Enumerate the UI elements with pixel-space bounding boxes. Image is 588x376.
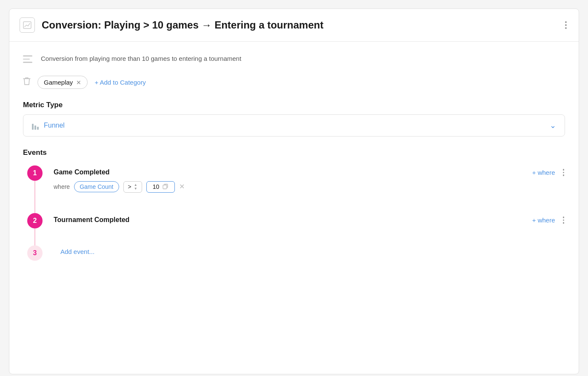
copy-icon[interactable] (163, 183, 168, 191)
where-label: where (54, 183, 70, 190)
metric-select-left: Funnel (32, 121, 65, 130)
event-1-name: Game Completed (54, 168, 110, 176)
main-card: Conversion: Playing > 10 games → Enterin… (9, 9, 579, 374)
down-arrow-icon: ▼ (134, 187, 137, 191)
operator-arrows: ▲ ▼ (134, 183, 137, 191)
event-item-3: 3 Add event... (23, 245, 565, 264)
trash-icon[interactable] (23, 77, 31, 88)
event-2-where-button[interactable]: + where (532, 216, 555, 224)
metric-type-value: Funnel (44, 122, 65, 129)
page-title: Conversion: Playing > 10 games → Enterin… (42, 19, 323, 31)
event-1-actions: + where (532, 168, 565, 177)
event-1-where-button[interactable]: + where (532, 169, 555, 176)
events-list: 1 Game Completed + where (23, 165, 565, 264)
header-left: Conversion: Playing > 10 games → Enterin… (20, 17, 323, 33)
metric-type-select[interactable]: Funnel ⌄ (23, 114, 565, 137)
tag-close-icon[interactable]: ✕ (76, 80, 81, 85)
event-1-content: Game Completed + where where Game (47, 165, 565, 213)
event-2-header: Tournament Completed + where (54, 216, 565, 225)
funnel-icon (32, 121, 39, 130)
metric-type-label: Metric Type (23, 101, 565, 109)
description-text: Conversion from playing more than 10 gam… (41, 54, 241, 64)
event-2-actions: + where (532, 216, 565, 225)
operator-selector[interactable]: > ▲ ▼ (123, 181, 142, 193)
connector-line-2 (34, 228, 35, 245)
event-1-badge: 1 (27, 165, 43, 181)
category-row: Gameplay ✕ + Add to Category (23, 76, 565, 89)
event-2-name: Tournament Completed (54, 216, 129, 224)
event-1-left-col: 1 (23, 165, 47, 213)
description-icon (23, 55, 32, 63)
connector-line-1 (34, 181, 35, 213)
description-row: Conversion from playing more than 10 gam… (23, 54, 565, 64)
gameplay-tag[interactable]: Gameplay ✕ (37, 76, 88, 89)
event-2-badge: 2 (27, 213, 43, 228)
add-category-button[interactable]: + Add to Category (94, 79, 146, 86)
event-item-1: 1 Game Completed + where (23, 165, 565, 213)
svg-rect-0 (23, 22, 31, 28)
filter-value-box[interactable]: 10 (146, 181, 175, 193)
event-2-content: Tournament Completed + where (47, 213, 565, 245)
svg-rect-1 (163, 185, 167, 189)
add-event-button[interactable]: Add event... (54, 245, 94, 258)
event-1-header: Game Completed + where (54, 168, 565, 177)
game-count-filter[interactable]: Game Count (74, 181, 119, 192)
filter-value: 10 (153, 183, 160, 190)
operator-value: > (128, 183, 131, 190)
filter-remove-icon[interactable]: ✕ (179, 183, 185, 190)
events-label: Events (23, 148, 565, 157)
event-1-menu-button[interactable] (562, 168, 565, 177)
chart-icon-box (20, 17, 35, 33)
header-menu-button[interactable] (563, 20, 568, 31)
event-2-menu-button[interactable] (562, 216, 565, 225)
event-item-2: 2 Tournament Completed + where (23, 213, 565, 245)
tag-label: Gameplay (44, 79, 73, 86)
event-3-badge: 3 (27, 245, 43, 261)
event-2-left-col: 2 (23, 213, 47, 245)
up-arrow-icon: ▲ (134, 183, 137, 187)
event-1-filter-row: where Game Count > ▲ ▼ 10 (54, 181, 565, 193)
header: Conversion: Playing > 10 games → Enterin… (9, 9, 579, 42)
chevron-down-icon: ⌄ (550, 121, 556, 130)
event-3-content: Add event... (47, 245, 565, 264)
body: Conversion from playing more than 10 gam… (9, 42, 579, 276)
event-3-left-col: 3 (23, 245, 47, 264)
